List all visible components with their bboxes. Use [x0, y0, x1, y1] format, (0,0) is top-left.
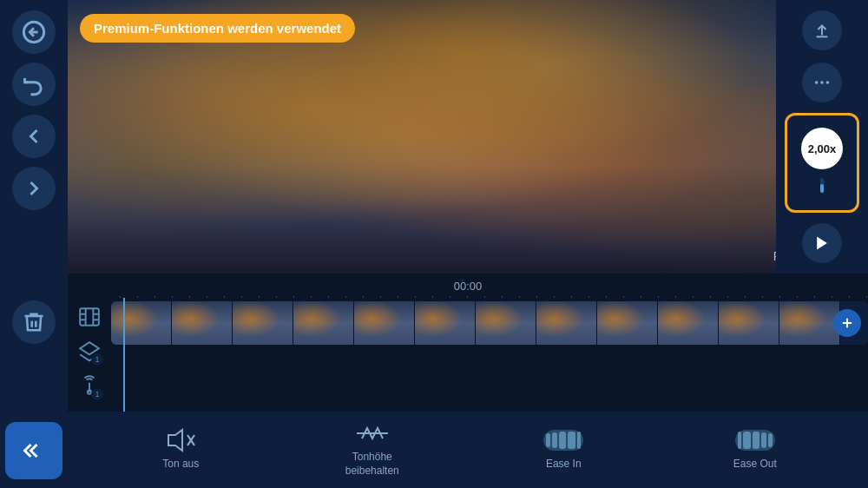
svg-point-3	[815, 81, 819, 84]
mute-label: Ton aus	[162, 458, 199, 472]
svg-marker-6	[817, 237, 827, 250]
video-area: PowerDirector Premium-Funktionen werden …	[68, 0, 868, 274]
ease-out-icon	[738, 428, 773, 452]
film-frame-8	[536, 301, 597, 345]
film-frame-4	[293, 301, 354, 345]
back-button[interactable]	[12, 10, 56, 54]
layers-badge: 1	[91, 353, 103, 366]
left-sidebar	[0, 0, 68, 488]
audio-track-icon[interactable]: 1	[74, 371, 105, 402]
playhead-line	[123, 298, 125, 412]
svg-point-4	[820, 81, 824, 84]
toolbar-item-tonhoehe[interactable]: Tonhöhe beibehalten	[333, 421, 411, 478]
timeline-header: 00:00	[68, 274, 868, 298]
bottom-toolbar: Ton aus Tonhöhe beibehalten	[68, 412, 868, 488]
timeline-area: 00:00 1	[68, 274, 868, 412]
audio-badge: 1	[91, 388, 103, 400]
film-frame-2	[172, 301, 233, 345]
toolbar-item-ease-out[interactable]: Ease Out	[716, 428, 794, 472]
undo-button[interactable]	[12, 63, 56, 106]
add-clip-button[interactable]	[833, 309, 861, 337]
film-frame-7	[476, 301, 536, 345]
speed-slider-container[interactable]: 2,00x	[785, 113, 859, 213]
forward-button[interactable]	[12, 167, 56, 210]
ease-out-label: Ease Out	[733, 458, 777, 472]
svg-marker-18	[168, 430, 182, 451]
toolbar-item-ease-in[interactable]: Ease In	[524, 428, 602, 472]
timeline-tracks-panel: 1 1	[68, 298, 111, 412]
video-track[interactable]	[111, 301, 868, 345]
main-content: PowerDirector Premium-Funktionen werden …	[68, 0, 868, 488]
svg-rect-7	[80, 308, 99, 326]
timeline-content: 1 1	[68, 298, 868, 412]
pitch-icon	[355, 421, 390, 445]
film-frame-10	[658, 301, 719, 345]
speed-panel-top	[783, 10, 861, 102]
video-track-icon[interactable]	[74, 301, 105, 333]
filmstrip	[111, 301, 868, 345]
film-frame-1	[111, 301, 172, 345]
upload-button[interactable]	[802, 10, 842, 50]
mute-icon	[163, 428, 198, 452]
film-frame-9	[597, 301, 658, 345]
speed-slider-fill	[820, 184, 824, 193]
speed-value: 2,00x	[801, 128, 843, 169]
premium-banner: Premium-Funktionen werden verwendet	[80, 14, 355, 43]
film-frame-3	[233, 301, 293, 345]
play-button[interactable]	[802, 223, 842, 263]
film-frame-12	[779, 301, 840, 345]
back2-button[interactable]	[12, 115, 56, 158]
delete-button[interactable]	[12, 300, 56, 344]
more-options-button[interactable]	[802, 63, 842, 102]
ease-in-label: Ease In	[546, 458, 582, 472]
film-frame-5	[354, 301, 415, 345]
ease-in-icon	[546, 428, 581, 452]
speed-slider-track[interactable]	[820, 178, 824, 193]
layers-track-icon[interactable]: 1	[74, 336, 105, 367]
timeline-time: 00:00	[454, 280, 483, 293]
collapse-button[interactable]	[5, 422, 62, 479]
pitch-label: Tonhöhe beibehalten	[345, 451, 399, 478]
film-frame-11	[719, 301, 779, 345]
film-frame-6	[415, 301, 476, 345]
toolbar-item-ton-aus[interactable]: Ton aus	[141, 428, 220, 472]
timeline-tracks[interactable]	[111, 298, 868, 412]
speed-panel: 2,00x	[776, 0, 868, 274]
svg-point-5	[826, 81, 830, 84]
